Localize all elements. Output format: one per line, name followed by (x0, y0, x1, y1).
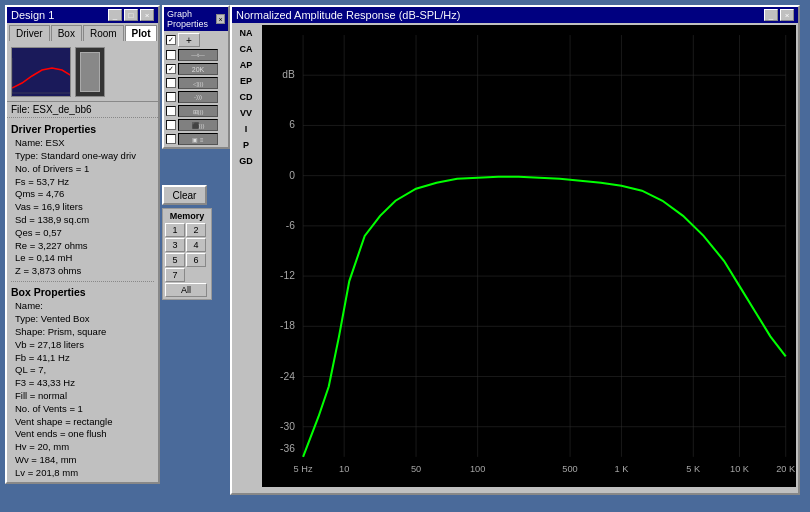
label-ep[interactable]: EP (240, 76, 252, 86)
tab-driver[interactable]: Driver (9, 25, 50, 41)
svg-text:5 K: 5 K (686, 464, 700, 474)
memory-slot-3[interactable]: 3 (165, 238, 185, 252)
graph-row-7: ⬛))) (166, 119, 226, 131)
label-na[interactable]: NA (240, 28, 253, 38)
thumbnail-chart[interactable] (11, 47, 71, 97)
tab-plot[interactable]: Plot (125, 25, 158, 41)
memory-slot-all[interactable]: All (165, 283, 207, 297)
icon-graph-6: ▣ ≡ (178, 133, 218, 145)
label-vv[interactable]: VV (240, 108, 252, 118)
svg-text:6: 6 (289, 120, 295, 131)
label-ca[interactable]: CA (240, 44, 253, 54)
graph-properties-close[interactable]: × (216, 14, 225, 24)
checkbox-7[interactable] (166, 120, 176, 130)
checkbox-2[interactable] (166, 50, 176, 60)
driver-re: Re = 3,227 ohms (11, 240, 154, 253)
memory-slot-2[interactable]: 2 (186, 223, 206, 237)
label-gd[interactable]: GD (239, 156, 253, 166)
icon-graph-2: ◁))) (178, 77, 218, 89)
driver-vas: Vas = 16,9 liters (11, 201, 154, 214)
chart-title-bar: Normalized Amplitude Response (dB-SPL/Hz… (232, 7, 798, 23)
checkbox-3[interactable]: ✓ (166, 64, 176, 74)
memory-slot-4[interactable]: 4 (186, 238, 206, 252)
thumbnail-speaker[interactable] (75, 47, 105, 97)
graph-row-8: ▣ ≡ (166, 133, 226, 145)
graph-properties-title-bar: Graph Properties × (164, 7, 228, 31)
checkbox-5[interactable] (166, 92, 176, 102)
box-lv: Lv = 201,8 mm (11, 467, 154, 480)
checkbox-1[interactable]: ✓ (166, 35, 176, 45)
driver-properties-title: Driver Properties (11, 122, 154, 136)
driver-name: Name: ESX (11, 137, 154, 150)
driver-qes: Qes = 0,57 (11, 227, 154, 240)
memory-slot-7[interactable]: 7 (165, 268, 185, 282)
icon-graph-3: -))) (178, 91, 218, 103)
minimize-button[interactable]: _ (108, 9, 122, 21)
driver-num: No. of Drivers = 1 (11, 163, 154, 176)
chart-close-button[interactable]: × (780, 9, 794, 21)
svg-text:-12: -12 (280, 270, 295, 281)
checkbox-4[interactable] (166, 78, 176, 88)
graph-row-5: -))) (166, 91, 226, 103)
graph-properties-panel: Graph Properties × ✓ + —t— ✓ 20K ◁))) -)… (162, 5, 230, 149)
box-name: Name: (11, 300, 154, 313)
speaker-graphic (80, 52, 100, 92)
box-vents: No. of Vents = 1 (11, 403, 154, 416)
svg-text:10 K: 10 K (730, 464, 749, 474)
title-bar: Design 1 _ □ × (7, 7, 158, 23)
box-f3: F3 = 43,33 Hz (11, 377, 154, 390)
clear-button[interactable]: Clear (162, 185, 207, 205)
graph-properties-title: Graph Properties (167, 9, 216, 29)
icon-graph-4: ⊞))) (178, 105, 218, 117)
svg-rect-0 (12, 48, 71, 97)
label-p[interactable]: P (243, 140, 249, 150)
chart-svg: dB 6 0 -6 -12 -18 -24 -30 -36 5 Hz 10 50… (262, 25, 796, 487)
graph-row-4: ◁))) (166, 77, 226, 89)
memory-slot-5[interactable]: 5 (165, 253, 185, 267)
checkbox-8[interactable] (166, 134, 176, 144)
label-cd[interactable]: CD (240, 92, 253, 102)
box-fill: Fill = normal (11, 390, 154, 403)
svg-text:-18: -18 (280, 320, 295, 331)
tab-box[interactable]: Box (51, 25, 82, 41)
label-i[interactable]: I (245, 124, 248, 134)
chart-content: NA CA AP EP CD VV I P GD (232, 23, 798, 489)
main-window: Design 1 _ □ × Driver Box Room Plot File… (5, 5, 160, 484)
graph-row-add: ✓ + (166, 33, 226, 47)
box-wv: Wv = 184, mm (11, 454, 154, 467)
add-button[interactable]: + (178, 33, 200, 47)
tab-room[interactable]: Room (83, 25, 124, 41)
memory-slot-1[interactable]: 1 (165, 223, 185, 237)
svg-text:20 K: 20 K (776, 464, 795, 474)
box-shape: Shape: Prism, square (11, 326, 154, 339)
chart-sidebar-labels: NA CA AP EP CD VV I P GD (232, 23, 260, 489)
memory-section: Memory 1 2 3 4 5 6 7 All (162, 208, 212, 300)
chart-title: Normalized Amplitude Response (dB-SPL/Hz… (236, 9, 460, 21)
driver-qms: Qms = 4,76 (11, 188, 154, 201)
properties-panel: Driver Properties Name: ESX Type: Standa… (7, 118, 158, 482)
svg-text:-30: -30 (280, 421, 295, 432)
svg-text:50: 50 (411, 464, 421, 474)
box-fb: Fb = 41,1 Hz (11, 352, 154, 365)
svg-text:100: 100 (470, 464, 485, 474)
label-ap[interactable]: AP (240, 60, 253, 70)
driver-le: Le = 0,14 mH (11, 252, 154, 265)
close-button[interactable]: × (140, 9, 154, 21)
chart-title-buttons: _ × (764, 9, 794, 21)
memory-slot-6[interactable]: 6 (186, 253, 206, 267)
checkbox-6[interactable] (166, 106, 176, 116)
svg-text:5 Hz: 5 Hz (294, 464, 313, 474)
svg-text:-36: -36 (280, 443, 295, 454)
box-vent-ends: Vent ends = one flush (11, 428, 154, 441)
title-bar-buttons: _ □ × (108, 9, 154, 21)
graph-row-6: ⊞))) (166, 105, 226, 117)
svg-text:-6: -6 (286, 220, 295, 231)
maximize-button[interactable]: □ (124, 9, 138, 21)
driver-type: Type: Standard one-way driv (11, 150, 154, 163)
memory-slots: 1 2 3 4 5 6 7 All (165, 223, 209, 297)
svg-text:dB: dB (282, 69, 295, 80)
box-properties-title: Box Properties (11, 285, 154, 299)
chart-window: Normalized Amplitude Response (dB-SPL/Hz… (230, 5, 800, 495)
icon-20k: 20K (178, 63, 218, 75)
chart-minimize-button[interactable]: _ (764, 9, 778, 21)
